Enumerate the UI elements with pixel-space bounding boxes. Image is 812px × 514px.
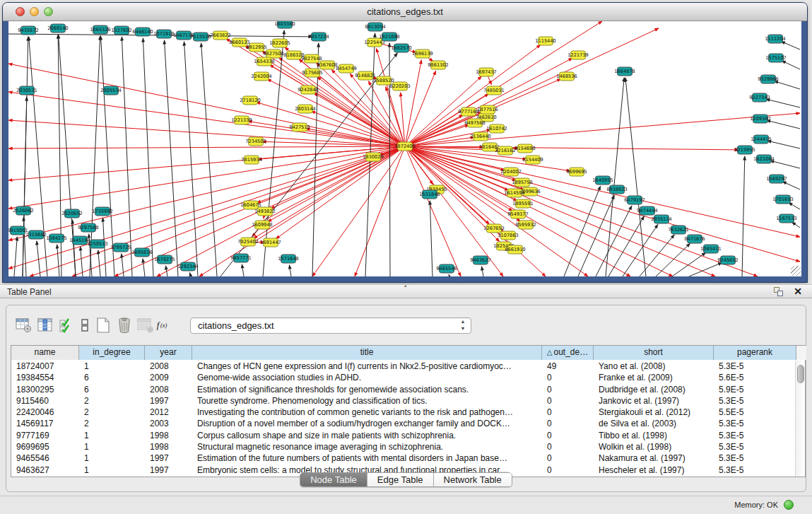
delete-rows-icon[interactable]: [114, 315, 135, 335]
table-cell[interactable]: Disruption of a novel member of a sodium…: [192, 418, 542, 429]
graph-node[interactable]: 1701653: [772, 195, 793, 204]
graph-node[interactable]: 2242004: [251, 72, 271, 81]
graph-node[interactable]: 9699695: [566, 168, 587, 176]
graph-node[interactable]: 9242848: [298, 86, 318, 94]
table-cell[interactable]: Wolkin et al. (1998): [594, 441, 714, 452]
column-header-name[interactable]: name: [11, 346, 79, 360]
graph-node[interactable]: 8595932: [515, 221, 536, 229]
graph-node[interactable]: 2204007: [500, 168, 521, 176]
table-cell[interactable]: 0: [542, 395, 594, 407]
graph-node[interactable]: 2005534: [100, 86, 121, 95]
panel-splitter-handle[interactable]: ▴: [404, 283, 407, 288]
graph-node[interactable]: 6479197: [624, 196, 645, 204]
table-cell[interactable]: 1: [79, 441, 145, 452]
graph-node[interactable]: 8427512: [289, 123, 310, 132]
table-row[interactable]: 969969511998Structural magnetic resonanc…: [11, 441, 795, 452]
graph-node[interactable]: 1822605: [269, 39, 290, 47]
table-cell[interactable]: Dudbridge et al. (2008): [594, 384, 714, 395]
graph-node[interactable]: 1695816: [131, 248, 152, 257]
graph-node[interactable]: 1614594: [504, 189, 524, 197]
graph-node[interactable]: 9297588: [78, 223, 98, 232]
graph-node[interactable]: 8220203: [389, 82, 410, 90]
graph-node[interactable]: 9245652: [717, 256, 738, 264]
graph-node[interactable]: 1610742: [486, 124, 507, 133]
table-cell[interactable]: 2009: [145, 372, 192, 383]
tab-network-table[interactable]: Network Table: [434, 473, 512, 486]
graph-node[interactable]: 9146821: [355, 71, 375, 80]
table-cell[interactable]: Nakamura et al. (1997): [594, 452, 714, 464]
graph-node[interactable]: 7485031: [483, 86, 504, 95]
graph-node[interactable]: 7857224: [308, 33, 329, 41]
graph-node[interactable]: 1394275: [46, 234, 66, 243]
graph-node[interactable]: 1664878: [614, 67, 635, 76]
graph-node[interactable]: 8661910: [505, 245, 525, 254]
table-cell[interactable]: Investigating the contribution of common…: [192, 407, 542, 418]
graph-node[interactable]: 1691447: [260, 238, 281, 247]
column-header-pagerank[interactable]: pagerank: [714, 346, 796, 360]
graph-node[interactable]: 2718120: [240, 96, 260, 105]
graph-node[interactable]: 1107863: [498, 231, 518, 240]
table-cell[interactable]: 1998: [145, 430, 192, 441]
table-row[interactable]: 911546021997Tourette syndrome. Phenomeno…: [11, 395, 795, 407]
graph-node[interactable]: 1493822: [254, 207, 275, 216]
table-cell[interactable]: Stergiakouli et al. (2012): [594, 407, 714, 418]
table-cell[interactable]: 0: [542, 384, 594, 395]
graph-node[interactable]: 1571648: [278, 255, 298, 263]
graph-node[interactable]: 8813054: [365, 23, 385, 31]
graph-node[interactable]: 9861302: [428, 61, 448, 69]
table-cell[interactable]: 5.5E-5: [714, 407, 795, 418]
table-cell[interactable]: 2008: [145, 361, 192, 372]
table-cell[interactable]: Genome-wide association studies in ADHD.: [192, 372, 542, 383]
table-cell[interactable]: 1997: [145, 395, 192, 407]
zoom-window-button[interactable]: [44, 7, 53, 16]
graph-node[interactable]: 8454749: [336, 64, 356, 73]
table-cell[interactable]: 5.3E-5: [714, 452, 795, 464]
table-cell[interactable]: Yano et al. (2008): [594, 361, 714, 372]
close-panel-icon[interactable]: ✕: [794, 286, 802, 297]
table-cell[interactable]: Structural magnetic resonance image aver…: [192, 441, 542, 452]
table-cell[interactable]: 1997: [145, 452, 192, 464]
table-cell[interactable]: 5.9E-5: [714, 384, 795, 395]
graph-node[interactable]: 7515526: [190, 33, 211, 41]
table-cell[interactable]: Franke et al. (2009): [594, 372, 714, 383]
graph-node[interactable]: 7663822: [210, 31, 230, 40]
table-cell[interactable]: 2008: [145, 384, 192, 395]
tab-node-table[interactable]: Node Table: [300, 473, 367, 486]
graph-node[interactable]: 9474444: [637, 206, 657, 215]
graph-node[interactable]: 9549377: [507, 210, 528, 218]
graph-node[interactable]: 1154409: [522, 156, 543, 164]
graph-node[interactable]: 9175685: [302, 69, 322, 77]
table-cell[interactable]: 6: [79, 372, 145, 383]
graph-node[interactable]: 1895758: [512, 178, 532, 187]
column-header-title[interactable]: title: [192, 346, 542, 360]
table-cell[interactable]: 5.6E-5: [714, 372, 795, 383]
minimize-window-button[interactable]: [30, 7, 39, 16]
table-row[interactable]: 977716911998Corpus callosum shape and si…: [11, 430, 795, 441]
graph-node[interactable]: 1921898: [379, 33, 399, 41]
table-cell[interactable]: 0: [542, 372, 594, 383]
graph-node[interactable]: 9435572: [18, 26, 38, 35]
table-row[interactable]: 1456911722003Disruption of a novel membe…: [11, 418, 795, 429]
table-cell[interactable]: de Silva et al. (2003): [594, 418, 714, 429]
table-cell[interactable]: 9465546: [11, 452, 79, 464]
graph-node[interactable]: 1065411: [700, 245, 721, 253]
graph-node[interactable]: 2935114: [651, 215, 671, 223]
graph-node[interactable]: 9857771: [230, 254, 251, 262]
table-cell[interactable]: 9699695: [11, 441, 79, 452]
graph-node[interactable]: 1292344: [177, 262, 198, 271]
graph-node[interactable]: 1872400: [394, 142, 415, 151]
graph-node[interactable]: 1603380: [274, 21, 295, 28]
column-header-year[interactable]: year: [145, 346, 192, 360]
citation-network-graph[interactable]: 1872400866012389129551822605982750881863…: [8, 21, 801, 276]
graph-node[interactable]: 7234502: [245, 137, 266, 146]
show-columns-icon[interactable]: [35, 315, 56, 335]
table-cell[interactable]: 0: [542, 441, 594, 452]
graph-node[interactable]: 1895591: [512, 199, 533, 208]
graph-node[interactable]: 2020652: [61, 209, 82, 218]
table-cell[interactable]: 2: [79, 407, 145, 418]
graph-node[interactable]: 1654338: [254, 57, 274, 66]
graph-node[interactable]: 1065326: [90, 25, 110, 34]
graph-node[interactable]: 9827508: [263, 49, 283, 58]
graph-node[interactable]: 2526062: [13, 206, 33, 215]
graph-node[interactable]: 1221739: [567, 51, 588, 59]
